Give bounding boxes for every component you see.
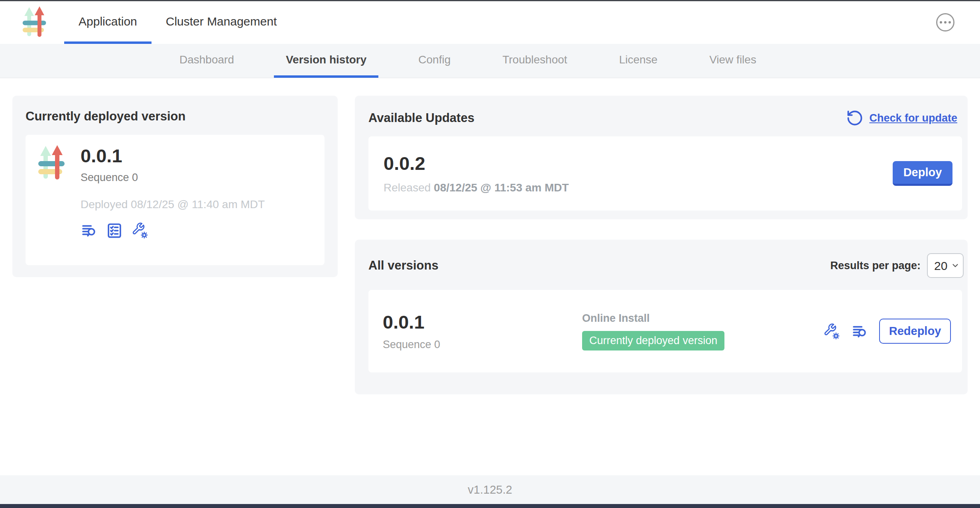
version-row-status-block: Online Install Currently deployed versio… xyxy=(582,312,823,350)
subnav-item-troubleshoot[interactable]: Troubleshoot xyxy=(490,44,579,78)
check-for-update-label: Check for update xyxy=(869,112,957,124)
config-wrench-icon[interactable] xyxy=(823,323,840,340)
app-logo xyxy=(22,1,47,44)
logs-icon[interactable] xyxy=(851,323,868,340)
redeploy-button[interactable]: Redeploy xyxy=(879,319,951,344)
status-badge: Currently deployed version xyxy=(582,331,724,350)
version-row-version-block: 0.0.1 Sequence 0 xyxy=(383,311,582,351)
ellipsis-menu-button[interactable] xyxy=(936,13,954,32)
subnav-label: Troubleshoot xyxy=(502,53,567,66)
currently-deployed-card: Currently deployed version 0.0.1 xyxy=(12,96,338,277)
console-version: v1.125.2 xyxy=(468,483,512,496)
row-version-number: 0.0.1 xyxy=(383,311,582,333)
app-header: Application Cluster Management xyxy=(0,1,980,44)
released-label: Released xyxy=(384,181,431,194)
update-row: 0.0.2 Released 08/12/25 @ 11:53 am MDT D… xyxy=(368,136,962,211)
refresh-icon xyxy=(846,109,864,127)
subnav-item-license[interactable]: License xyxy=(607,44,670,78)
deployed-version-number: 0.0.1 xyxy=(81,145,265,167)
released-date: 08/12/25 @ 11:53 am MDT xyxy=(434,181,569,194)
subnav-item-version-history[interactable]: Version history xyxy=(274,44,378,78)
subnav-label: Version history xyxy=(286,53,366,66)
subnav-label: View files xyxy=(709,53,756,66)
subnav-item-dashboard[interactable]: Dashboard xyxy=(167,44,246,78)
logs-icon[interactable] xyxy=(81,222,97,239)
currently-deployed-title: Currently deployed version xyxy=(26,109,325,124)
window-bottom-edge xyxy=(0,504,980,508)
version-row-actions: Redeploy xyxy=(823,319,951,344)
subnav-item-config[interactable]: Config xyxy=(406,44,462,78)
results-per-page-group: Results per page: 20 xyxy=(830,253,957,278)
available-updates-header: Available Updates Check for update xyxy=(368,109,962,127)
ellipsis-dot xyxy=(944,21,947,24)
update-details: 0.0.2 Released 08/12/25 @ 11:53 am MDT xyxy=(384,153,569,194)
page: Application Cluster Management Dashboard… xyxy=(0,0,980,508)
right-column: Available Updates Check for update 0.0.2… xyxy=(355,96,968,394)
main-content: Currently deployed version 0.0.1 xyxy=(0,78,980,475)
deploy-button[interactable]: Deploy xyxy=(893,161,952,186)
deployed-version-panel: 0.0.1 Sequence 0 Deployed 08/12/25 @ 11:… xyxy=(26,135,325,265)
available-updates-title: Available Updates xyxy=(368,111,474,125)
update-released-line: Released 08/12/25 @ 11:53 am MDT xyxy=(384,181,569,194)
app-footer: v1.125.2 xyxy=(0,475,980,504)
tab-cluster-management[interactable]: Cluster Management xyxy=(152,1,291,44)
row-sequence: Sequence 0 xyxy=(383,339,582,351)
all-versions-title: All versions xyxy=(368,258,439,273)
ellipsis-dot xyxy=(940,21,942,24)
subnav-label: Config xyxy=(418,53,451,66)
deployed-version-actions xyxy=(81,222,265,239)
all-versions-card: All versions Results per page: 20 xyxy=(355,240,968,394)
subnav-item-view-files[interactable]: View files xyxy=(697,44,768,78)
deployed-version-details: 0.0.1 Sequence 0 Deployed 08/12/25 @ 11:… xyxy=(81,145,265,255)
results-per-page-select[interactable]: 20 xyxy=(927,253,964,278)
update-version-number: 0.0.2 xyxy=(384,153,569,174)
install-type: Online Install xyxy=(582,312,823,325)
subnav-label: Dashboard xyxy=(179,53,234,66)
results-per-page-wrap: 20 xyxy=(927,253,964,278)
app-subnav: Dashboard Version history Config Trouble… xyxy=(0,44,980,78)
version-row: 0.0.1 Sequence 0 Online Install Currentl… xyxy=(368,290,962,372)
available-updates-card: Available Updates Check for update 0.0.2… xyxy=(355,96,968,219)
app-logo-icon xyxy=(22,5,47,40)
results-per-page-label: Results per page: xyxy=(830,260,921,272)
deployed-sequence: Sequence 0 xyxy=(81,171,265,184)
config-wrench-icon[interactable] xyxy=(132,222,148,239)
preflight-checklist-icon[interactable] xyxy=(106,222,123,239)
subnav-label: License xyxy=(619,53,658,66)
tab-application[interactable]: Application xyxy=(64,1,152,44)
tab-application-label: Application xyxy=(79,15,137,28)
deployed-timestamp: Deployed 08/12/25 @ 11:40 am MDT xyxy=(81,198,265,211)
tab-cluster-management-label: Cluster Management xyxy=(166,15,277,28)
check-for-update-link[interactable]: Check for update xyxy=(846,109,957,127)
ellipsis-dot xyxy=(949,21,951,24)
app-logo-icon xyxy=(37,145,66,182)
all-versions-header: All versions Results per page: 20 xyxy=(368,253,962,278)
header-tabs: Application Cluster Management xyxy=(64,1,291,44)
